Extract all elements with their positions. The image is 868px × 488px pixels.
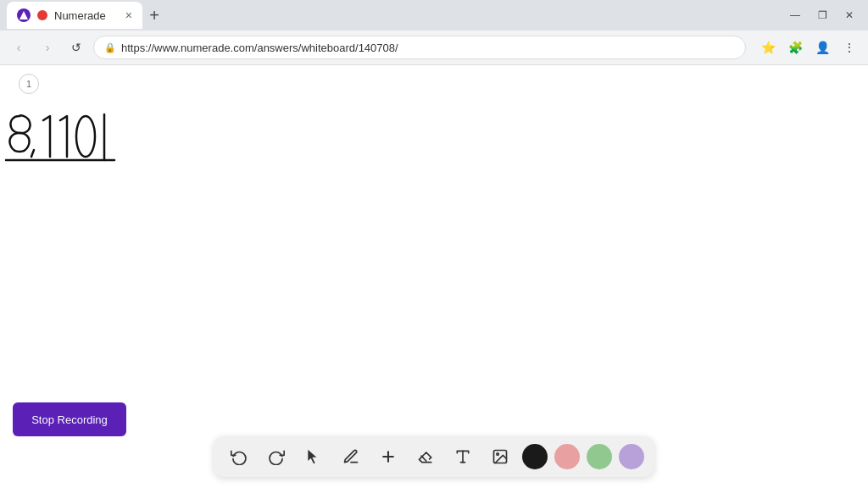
text-tool[interactable] [448,441,478,472]
whiteboard: 1 Stop Recording [0,65,868,488]
back-button[interactable]: ‹ [7,36,31,59]
tab-label: Numerade [54,9,106,22]
add-button[interactable] [373,441,403,472]
maximize-button[interactable]: ❐ [810,3,834,27]
bookmark-icon[interactable]: ⭐ [756,36,780,59]
url-text: https://www.numerade.com/answers/whitebo… [121,42,398,54]
close-tab-button[interactable]: × [125,8,132,22]
profile-icon[interactable]: 👤 [810,36,834,59]
browser-toolbar-right: ⭐ 🧩 👤 ⋮ [756,36,861,59]
new-tab-button[interactable]: + [142,3,166,27]
recording-indicator [37,10,47,20]
tab-bar: Numerade × + — ❐ ✕ [0,0,868,30]
math-content [4,99,140,184]
svg-point-6 [497,453,499,456]
svg-point-0 [76,116,95,157]
select-tool[interactable] [298,441,329,472]
page-number: 1 [19,74,39,94]
close-button[interactable]: ✕ [837,3,861,27]
browser-tab[interactable]: Numerade × [7,2,142,29]
browser-chrome: Numerade × + — ❐ ✕ ‹ › ↺ 🔒 https://www.n… [0,0,868,65]
pen-tool[interactable] [336,441,366,472]
lock-icon: 🔒 [104,42,116,53]
minimize-button[interactable]: — [783,3,807,27]
address-bar: ‹ › ↺ 🔒 https://www.numerade.com/answers… [0,30,868,64]
eraser-tool[interactable] [410,441,441,472]
url-input[interactable]: 🔒 https://www.numerade.com/answers/white… [93,36,746,59]
stop-recording-button[interactable]: Stop Recording [13,402,126,436]
extension-icon[interactable]: 🧩 [783,36,807,59]
image-tool[interactable] [485,441,515,472]
color-black[interactable] [522,444,548,469]
color-purple[interactable] [619,444,644,469]
color-green[interactable] [587,444,612,469]
refresh-button[interactable]: ↺ [64,36,88,59]
favicon [17,8,31,22]
undo-button[interactable] [224,441,254,472]
menu-icon[interactable]: ⋮ [837,36,861,59]
forward-button[interactable]: › [36,36,59,59]
redo-button[interactable] [261,441,292,472]
bottom-toolbar [214,436,654,477]
color-pink[interactable] [554,444,580,469]
window-controls: — ❐ ✕ [783,3,861,27]
